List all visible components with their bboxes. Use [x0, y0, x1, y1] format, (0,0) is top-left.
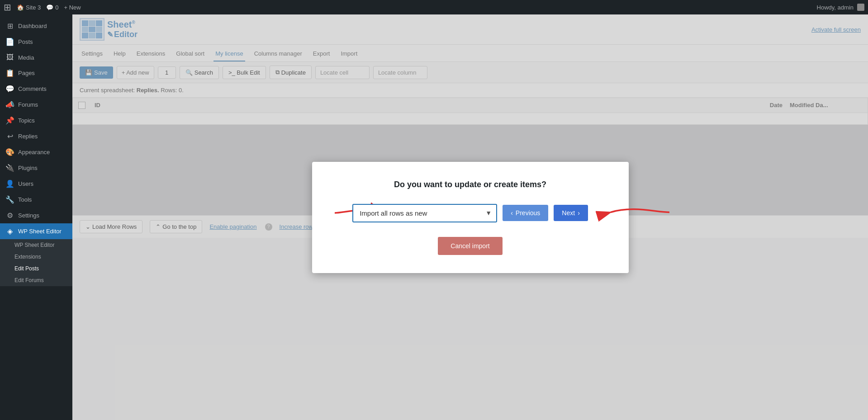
modal-cancel-row: Cancel import — [339, 237, 602, 255]
sheet-editor-icon: ◈ — [5, 227, 14, 236]
appearance-icon: 🎨 — [5, 148, 14, 156]
replies-icon: ↩ — [5, 132, 14, 141]
posts-icon: 📄 — [5, 38, 14, 46]
submenu-item-wp-sheet-editor[interactable]: WP Sheet Editor — [0, 239, 72, 251]
plugins-icon: 🔌 — [5, 164, 14, 172]
next-button[interactable]: Next › — [554, 205, 588, 221]
sidebar-item-label: Pages — [18, 70, 35, 76]
sidebar-item-label: Dashboard — [18, 23, 47, 29]
sidebar-item-topics[interactable]: 📌 Topics — [0, 113, 72, 128]
sidebar-item-label: Comments — [18, 85, 47, 92]
sidebar-item-replies[interactable]: ↩ Replies — [0, 128, 72, 144]
wp-logo-icon[interactable]: ⊞ — [4, 2, 11, 13]
sidebar-item-users[interactable]: 👤 Users — [0, 176, 72, 192]
sidebar-item-forums[interactable]: 📣 Forums — [0, 97, 72, 113]
chevron-right-icon: › — [578, 209, 580, 217]
sidebar-item-tools[interactable]: 🔧 Tools — [0, 192, 72, 208]
modal-overlay: Do you want to update or create items? — [72, 14, 868, 420]
sidebar-item-pages[interactable]: 📋 Pages — [0, 65, 72, 81]
sidebar-item-label: Replies — [18, 133, 38, 140]
sidebar-item-label: Users — [18, 180, 33, 187]
sidebar-item-label: Topics — [18, 117, 35, 124]
comment-icon: 💬 — [46, 4, 53, 11]
sidebar-item-comments[interactable]: 💬 Comments — [0, 81, 72, 97]
cancel-import-button[interactable]: Cancel import — [438, 237, 502, 255]
previous-button[interactable]: ‹ Previous — [503, 205, 548, 221]
users-icon: 👤 — [5, 179, 14, 188]
sidebar-item-settings[interactable]: ⚙ Settings — [0, 208, 72, 223]
howdy-text: Howdy, admin — [817, 4, 854, 11]
topics-icon: 📌 — [5, 116, 14, 125]
sidebar-item-label: Appearance — [18, 149, 50, 156]
import-mode-select[interactable]: Import all rows as new Update existing r… — [352, 204, 497, 222]
sidebar-item-wp-sheet-editor[interactable]: ◈ WP Sheet Editor — [0, 223, 72, 239]
dashboard-icon: ⊞ — [5, 22, 14, 30]
chevron-left-icon: ‹ — [511, 209, 513, 217]
media-icon: 🖼 — [5, 53, 14, 61]
comment-count[interactable]: 💬 0 — [46, 4, 58, 11]
sidebar-item-posts[interactable]: 📄 Posts — [0, 34, 72, 50]
modal-box: Do you want to update or create items? — [312, 162, 629, 273]
settings-icon: ⚙ — [5, 211, 14, 220]
sidebar-item-label: Posts — [18, 38, 33, 45]
sidebar-item-label: Tools — [18, 196, 32, 203]
sidebar-item-media[interactable]: 🖼 Media — [0, 50, 72, 65]
modal-title: Do you want to update or create items? — [339, 180, 602, 189]
forums-icon: 📣 — [5, 100, 14, 109]
sidebar-item-appearance[interactable]: 🎨 Appearance — [0, 144, 72, 160]
submenu: WP Sheet Editor Extensions Edit Posts Ed… — [0, 239, 72, 286]
modal-select-row: Import all rows as new Update existing r… — [339, 204, 602, 222]
site-name[interactable]: 🏠 Site 3 — [17, 4, 41, 11]
sidebar: ⊞ Dashboard 📄 Posts 🖼 Media 📋 Pages 💬 Co… — [0, 14, 72, 420]
sidebar-item-label: Forums — [18, 101, 38, 108]
sidebar-item-dashboard[interactable]: ⊞ Dashboard — [0, 18, 72, 34]
tools-icon: 🔧 — [5, 195, 14, 204]
sidebar-item-label: Settings — [18, 212, 39, 219]
pages-icon: 📋 — [5, 69, 14, 77]
comments-icon: 💬 — [5, 85, 14, 93]
admin-bar: ⊞ 🏠 Site 3 💬 0 + New Howdy, admin — [0, 0, 868, 14]
select-wrapper: Import all rows as new Update existing r… — [352, 204, 497, 222]
sidebar-item-label: Media — [18, 54, 34, 61]
arrow-right — [606, 201, 674, 225]
sidebar-item-label: WP Sheet Editor — [18, 228, 62, 235]
submenu-item-edit-posts[interactable]: Edit Posts — [0, 263, 72, 274]
submenu-item-extensions[interactable]: Extensions — [0, 251, 72, 263]
submenu-item-edit-forums[interactable]: Edit Forums — [0, 274, 72, 286]
sidebar-item-label: Plugins — [18, 165, 38, 171]
sidebar-item-plugins[interactable]: 🔌 Plugins — [0, 160, 72, 176]
home-icon: 🏠 — [17, 4, 24, 11]
avatar[interactable] — [857, 4, 864, 11]
new-button[interactable]: + New — [64, 4, 81, 11]
main-content: Sheet® ✎ Editor Activate full screen Set… — [72, 14, 868, 420]
